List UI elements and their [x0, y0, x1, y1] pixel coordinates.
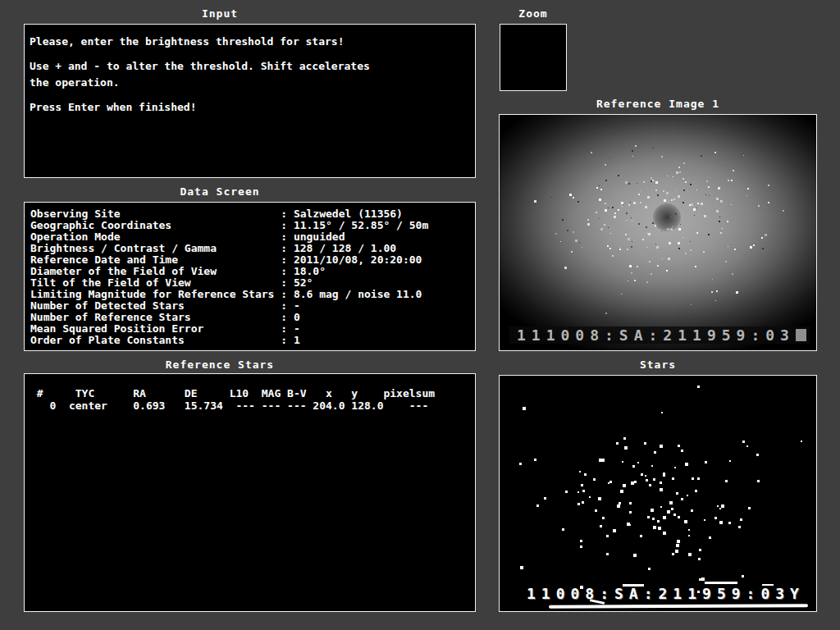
data-screen-row: Mean Squared Position Error : -	[30, 323, 475, 335]
star-speck	[678, 242, 680, 244]
star-speck	[628, 238, 630, 240]
star-speck	[657, 265, 659, 267]
detected-star-dot	[632, 465, 635, 468]
detected-star-dot	[637, 462, 639, 463]
detected-star-dot	[600, 525, 602, 527]
detected-star-dot	[657, 520, 660, 523]
thresholded-timestamp-text: 11008:SA:211959:03Y	[527, 587, 799, 601]
star-speck	[753, 244, 755, 246]
detected-star-dot	[660, 482, 662, 484]
star-speck	[682, 237, 683, 238]
star-speck	[720, 200, 721, 201]
detected-star-dot	[648, 568, 651, 570]
detected-star-dot	[523, 407, 526, 410]
dust-speck	[623, 204, 623, 205]
detected-star-dot	[688, 535, 690, 536]
detected-star-dot	[660, 506, 662, 508]
star-speck	[683, 162, 685, 164]
star-speck	[575, 240, 578, 242]
detected-star-dot	[562, 528, 564, 531]
data-screen-row: Number of Detected Stars : -	[30, 300, 475, 312]
star-speck	[638, 194, 640, 195]
star-speck	[645, 206, 647, 208]
detected-star-dot	[644, 442, 646, 445]
detected-star-dot	[688, 529, 690, 531]
detected-star-dot	[663, 516, 666, 519]
star-speck	[690, 249, 692, 251]
dust-speck	[608, 208, 609, 208]
detected-star-dot	[646, 479, 648, 482]
star-speck	[697, 203, 699, 204]
star-speck	[604, 224, 605, 226]
detected-star-dot	[681, 498, 683, 500]
star-speck	[591, 152, 592, 153]
input-paragraph: Please, enter the brightness threshold f…	[30, 34, 470, 50]
detected-star-dot	[719, 521, 723, 524]
star-speck	[765, 234, 767, 236]
detected-star-dot	[676, 492, 678, 495]
detected-star-dot	[681, 450, 683, 452]
center-dark-spot	[653, 203, 681, 231]
reference-stars-rows: 0 center 0.693 15.734 --- --- --- 204.0 …	[30, 399, 475, 412]
detected-star-dot	[709, 536, 711, 539]
input-line: Please, enter the brightness threshold f…	[30, 34, 470, 50]
detected-star-dot	[663, 472, 665, 475]
detected-star-dot	[534, 459, 536, 461]
dust-speck	[683, 189, 685, 191]
star-speck	[631, 272, 632, 274]
dust-speck	[694, 215, 695, 216]
data-screen-row: Tilt of the Field of View : 52°	[30, 277, 475, 289]
star-speck	[609, 248, 611, 249]
dust-speck	[762, 248, 764, 249]
data-screen-row: Order of Plate Constants : 1	[30, 335, 475, 346]
star-speck	[703, 251, 705, 253]
detected-star-dot	[699, 549, 701, 551]
data-screen-row: Diameter of the Field of View : 18.0°	[30, 266, 475, 277]
detected-star-dot	[672, 477, 674, 480]
star-speck	[725, 261, 727, 262]
input-panel[interactable]: Please, enter the brightness threshold f…	[24, 24, 476, 178]
dust-speck	[608, 227, 609, 228]
star-speck	[758, 205, 760, 207]
stars-panel[interactable]: 11008:SA:211959:03Y	[499, 375, 817, 612]
dust-speck	[680, 224, 681, 225]
star-speck	[619, 249, 621, 250]
detected-star-dot	[692, 477, 694, 480]
star-speck	[587, 219, 589, 221]
detected-star-dot	[609, 481, 612, 483]
star-speck	[605, 203, 606, 204]
detected-star-dot	[520, 566, 523, 569]
detected-star-dot	[705, 461, 707, 463]
dust-speck	[609, 158, 610, 158]
dust-speck	[631, 246, 632, 248]
reference-stars-row: 0 center 0.693 15.734 --- --- --- 204.0 …	[30, 399, 475, 412]
detected-star-dot	[674, 467, 676, 468]
star-speck	[627, 220, 628, 221]
detected-star-dot	[687, 495, 688, 496]
star-speck	[678, 195, 680, 198]
dust-speck	[599, 185, 600, 186]
detected-star-dot	[697, 477, 700, 480]
detected-star-dot	[661, 412, 663, 413]
star-speck	[651, 177, 652, 179]
detected-star-dot	[688, 553, 692, 556]
detected-stars-field	[500, 376, 816, 611]
data-screen-row: Brightness / Contrast / Gamma : 128 / 12…	[30, 243, 475, 254]
dust-speck	[630, 202, 631, 203]
input-line: Use + and - to alter the threshold. Shif…	[30, 58, 470, 75]
data-screen-row: Observing Site : Salzwedel (11356)	[30, 208, 475, 220]
detected-star-dot	[678, 445, 680, 447]
detected-star-dot	[691, 509, 693, 512]
detected-star-dot	[602, 517, 605, 519]
star-speck	[783, 210, 784, 212]
dust-speck	[605, 180, 607, 181]
star-speck	[673, 199, 675, 200]
detected-star-dot	[519, 463, 522, 465]
detected-star-dot	[660, 488, 663, 491]
reference-image-panel[interactable]: 111008:SA:211959:03	[499, 114, 817, 351]
detected-star-dot	[536, 504, 539, 507]
star-speck	[569, 194, 572, 196]
star-speck	[666, 196, 667, 197]
detected-star-dot	[593, 478, 596, 481]
star-speck	[651, 273, 652, 275]
